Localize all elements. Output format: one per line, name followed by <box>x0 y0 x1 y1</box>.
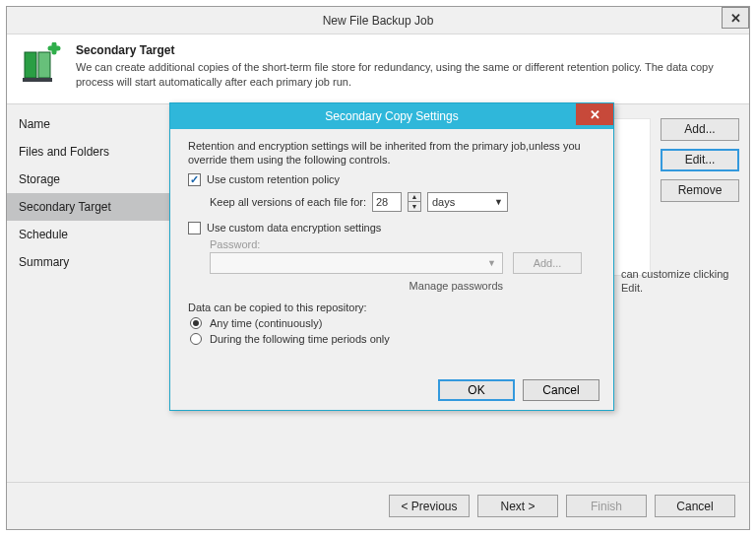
ok-button[interactable]: OK <box>438 379 515 401</box>
wizard-header-title: Secondary Target <box>76 42 735 58</box>
wizard-header-text: Secondary Target We can create additiona… <box>76 42 735 90</box>
chevron-down-icon: ▼ <box>494 197 503 207</box>
sidebar-item-summary[interactable]: Summary <box>7 248 169 276</box>
sidebar-item-storage[interactable]: Storage <box>7 166 169 193</box>
secondary-copy-dialog: Secondary Copy Settings ✕ Retention and … <box>169 102 614 411</box>
finish-button: Finish <box>566 495 647 517</box>
copy-section-label: Data can be copied to this repository: <box>188 302 596 313</box>
sidebar-item-secondary-target[interactable]: Secondary Target <box>7 193 169 221</box>
keep-unit-select[interactable]: days ▼ <box>427 192 508 212</box>
radio-time-window-label: During the following time periods only <box>210 333 390 345</box>
wizard-footer: < Previous Next > Finish Cancel <box>7 482 749 529</box>
password-label: Password: <box>210 238 596 250</box>
add-password-button: Add... <box>513 252 582 274</box>
keep-unit-value: days <box>432 196 455 208</box>
dialog-intro: Retention and encryption settings will b… <box>188 139 596 168</box>
wizard-titlebar: New File Backup Job ✕ <box>7 7 749 34</box>
cancel-button[interactable]: Cancel <box>655 495 735 517</box>
radio-any-time-label: Any time (continuously) <box>210 317 322 329</box>
wizard-step-icon <box>21 42 62 84</box>
chevron-up-icon[interactable]: ▲ <box>409 193 420 203</box>
wizard-header: Secondary Target We can create additiona… <box>7 34 749 104</box>
wizard-title: New File Backup Job <box>323 14 434 28</box>
radio-time-window[interactable] <box>190 333 202 345</box>
edit-button[interactable]: Edit... <box>661 149 739 171</box>
retention-checkbox[interactable] <box>188 173 201 186</box>
cancel-button[interactable]: Cancel <box>523 379 599 401</box>
dialog-titlebar: Secondary Copy Settings ✕ <box>170 103 613 129</box>
radio-any-time[interactable] <box>190 317 202 329</box>
svg-rect-0 <box>25 52 36 78</box>
close-icon[interactable]: ✕ <box>722 7 749 29</box>
dialog-title: Secondary Copy Settings <box>325 109 458 123</box>
keep-value-input[interactable]: 28 <box>372 192 402 212</box>
wizard-sidebar: Name Files and Folders Storage Secondary… <box>7 104 169 489</box>
previous-button[interactable]: < Previous <box>389 495 470 517</box>
keep-label: Keep all versions of each file for: <box>210 196 366 208</box>
sidebar-item-files[interactable]: Files and Folders <box>7 138 169 166</box>
dialog-footer: OK Cancel <box>170 370 613 410</box>
add-button[interactable]: Add... <box>661 118 739 141</box>
retention-checkbox-label: Use custom retention policy <box>207 173 340 185</box>
encryption-checkbox-label: Use custom data encryption settings <box>207 222 381 234</box>
sidebar-item-schedule[interactable]: Schedule <box>7 221 169 248</box>
password-select: ▼ <box>210 252 503 274</box>
sidebar-item-name[interactable]: Name <box>7 110 169 138</box>
close-icon[interactable]: ✕ <box>576 103 613 125</box>
content-hint: can customize clicking Edit. <box>621 267 739 296</box>
svg-rect-2 <box>23 78 52 82</box>
chevron-down-icon[interactable]: ▼ <box>409 202 420 211</box>
wizard-header-desc: We can create additional copies of the s… <box>76 60 735 90</box>
remove-button[interactable]: Remove <box>661 179 739 202</box>
encryption-checkbox[interactable] <box>188 222 201 234</box>
keep-value-spinner[interactable]: ▲ ▼ <box>408 192 421 212</box>
svg-rect-1 <box>38 52 50 78</box>
manage-passwords-link[interactable]: Manage passwords <box>210 280 503 292</box>
chevron-down-icon: ▼ <box>487 258 496 268</box>
next-button[interactable]: Next > <box>477 495 558 517</box>
